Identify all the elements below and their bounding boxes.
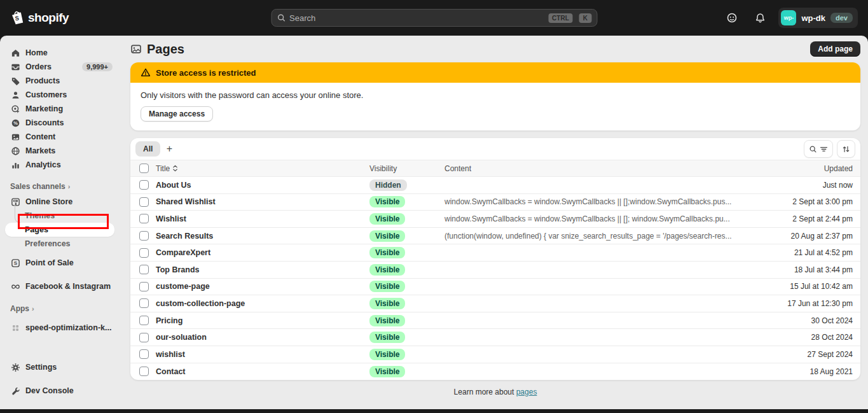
chevron-right-icon: › — [68, 183, 71, 190]
column-header-updated: Updated — [757, 164, 853, 173]
row-checkbox[interactable] — [139, 367, 149, 376]
point-of-sale-icon: S — [10, 258, 20, 268]
column-header-visibility: Visibility — [369, 164, 444, 173]
row-checkbox[interactable] — [139, 214, 149, 223]
sidebar-item-marketing[interactable]: Marketing — [5, 102, 118, 116]
manage-access-button[interactable]: Manage access — [141, 106, 213, 122]
sidebar-item-app-speed-optimization[interactable]: speed-optimization-k... — [5, 321, 118, 335]
table-row[interactable]: custome-page Visible 15 Jul at 10:42 am — [130, 279, 860, 296]
pages-icon — [130, 43, 142, 55]
sidebar-item-markets[interactable]: Markets — [5, 144, 118, 158]
search-input[interactable]: Search CTRL K — [271, 9, 597, 27]
svg-text:%: % — [13, 120, 18, 126]
inbox-chat-button[interactable] — [722, 8, 741, 27]
add-view-button[interactable]: + — [160, 141, 178, 157]
sales-channels-header[interactable]: Sales channels › — [5, 181, 118, 192]
search-filter-button[interactable] — [804, 140, 833, 158]
topbar-right: wp- wp-dk dev — [722, 8, 858, 28]
table-row[interactable]: custom-collection-page Visible 17 Jun at… — [130, 295, 860, 312]
search-icon — [809, 145, 817, 153]
sidebar-item-content[interactable]: Content — [5, 130, 118, 144]
sort-button[interactable] — [837, 140, 855, 158]
search-placeholder: Search — [289, 13, 542, 23]
row-checkbox[interactable] — [139, 316, 149, 325]
visibility-badge: Hidden — [369, 179, 407, 191]
table-row[interactable]: About Us Hidden Just now — [130, 177, 860, 194]
table-row[interactable]: Shared Wishlist Visible window.SwymCallb… — [130, 194, 860, 211]
column-header-title[interactable]: Title — [156, 164, 369, 173]
sidebar-item-preferences[interactable]: Preferences — [5, 237, 114, 251]
row-checkbox[interactable] — [139, 180, 149, 190]
visibility-badge: Visible — [369, 230, 405, 242]
sidebar-item-themes[interactable]: Themes — [5, 209, 114, 223]
row-checkbox[interactable] — [139, 248, 149, 258]
table-footer: Learn more about pages — [130, 388, 860, 396]
sidebar: Home Orders 9,999+ Products Customers Ma… — [0, 36, 123, 409]
table-row[interactable]: CompareXpert Visible 21 Jul at 4:52 pm — [130, 244, 860, 262]
apps-header[interactable]: Apps › — [5, 303, 118, 314]
discounts-icon: % — [10, 118, 20, 128]
banner-header: Store access is restricted — [130, 62, 860, 83]
visibility-badge: Visible — [369, 332, 405, 343]
topbar: S shopify Search CTRL K wp- wp-dk dev — [0, 0, 868, 36]
row-checkbox[interactable] — [139, 349, 149, 359]
table-row[interactable]: Contact Visible 18 Aug 2021 — [130, 363, 860, 381]
visibility-badge: Visible — [369, 281, 405, 292]
row-checkbox[interactable] — [139, 231, 149, 241]
inbox-chat-icon — [726, 12, 738, 24]
visibility-badge: Visible — [369, 315, 405, 326]
sidebar-item-discounts[interactable]: % Discounts — [5, 116, 118, 130]
sidebar-item-analytics[interactable]: Analytics — [5, 158, 118, 172]
visibility-badge: Visible — [369, 366, 405, 377]
page-title: Pages — [130, 42, 184, 57]
row-checkbox[interactable] — [139, 282, 149, 291]
row-checkbox[interactable] — [139, 197, 149, 207]
orders-icon — [10, 62, 20, 72]
markets-icon — [10, 146, 20, 156]
svg-text:S: S — [15, 15, 19, 22]
kbd-k: K — [579, 13, 591, 23]
select-all-checkbox[interactable] — [139, 164, 149, 173]
sidebar-item-products[interactable]: Products — [5, 74, 118, 88]
banner-title: Store access is restricted — [156, 68, 256, 78]
main-content: Pages Add page Store access is restricte… — [123, 36, 868, 409]
row-checkbox[interactable] — [139, 333, 149, 342]
pages-table-card: All + Title Visibili — [130, 138, 860, 380]
sidebar-item-pages[interactable]: Pages — [5, 223, 114, 237]
row-checkbox[interactable] — [139, 298, 149, 308]
shopify-logo[interactable]: S shopify — [10, 10, 69, 25]
tab-all[interactable]: All — [135, 141, 160, 157]
visibility-badge: Visible — [369, 213, 405, 225]
add-page-button[interactable]: Add page — [810, 41, 860, 57]
sidebar-item-customers[interactable]: Customers — [5, 88, 118, 102]
table-row[interactable]: Wishlist Visible window.SwymCallbacks = … — [130, 211, 860, 228]
visibility-badge: Visible — [369, 298, 405, 309]
pages-help-link[interactable]: pages — [516, 388, 537, 396]
gear-icon — [10, 362, 20, 372]
sidebar-item-dev-console[interactable]: Dev Console — [5, 384, 118, 398]
banner-text: Only visitors with the password can acce… — [141, 90, 850, 100]
sidebar-item-orders[interactable]: Orders 9,999+ — [5, 60, 118, 74]
table-row[interactable]: Top Brands Visible 18 Jul at 3:44 pm — [130, 262, 860, 279]
sidebar-item-point-of-sale[interactable]: S Point of Sale — [5, 256, 118, 270]
table-row[interactable]: wishlist Visible 27 Sept 2024 — [130, 346, 860, 363]
store-name: wp-dk — [801, 13, 825, 23]
table-row[interactable]: Search Results Visible (function(window,… — [130, 228, 860, 245]
store-menu[interactable]: wp- wp-dk dev — [778, 8, 858, 28]
visibility-badge: Visible — [369, 247, 405, 258]
content-icon — [10, 132, 20, 142]
chevron-right-icon: › — [32, 305, 34, 312]
svg-text:S: S — [13, 260, 17, 266]
row-checkbox[interactable] — [139, 265, 149, 274]
table-row[interactable]: our-soluation Visible 28 Oct 2024 — [130, 329, 860, 346]
shopify-logo-text: shopify — [28, 11, 69, 25]
sidebar-item-online-store[interactable]: Online Store — [5, 195, 118, 209]
sidebar-item-home[interactable]: Home — [5, 46, 118, 60]
notifications-button[interactable] — [750, 8, 769, 27]
warning-icon — [141, 67, 151, 78]
sidebar-item-facebook-instagram[interactable]: Facebook & Instagram — [5, 279, 118, 293]
sidebar-item-settings[interactable]: Settings — [5, 360, 118, 374]
banner-body: Only visitors with the password can acce… — [130, 83, 860, 130]
table-row[interactable]: Pricing Visible 30 Oct 2024 — [130, 312, 860, 330]
visibility-badge: Visible — [369, 196, 405, 207]
